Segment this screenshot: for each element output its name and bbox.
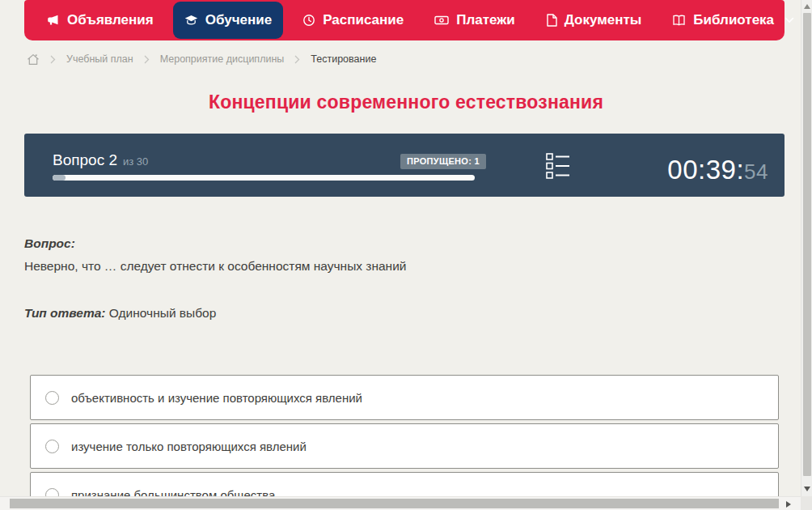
vertical-scrollbar[interactable]: [801, 0, 812, 496]
nav-item-announcements[interactable]: Объявления: [36, 2, 165, 39]
question-list-button[interactable]: [546, 152, 570, 180]
skipped-badge: ПРОПУЩЕНО: 1: [400, 154, 486, 169]
nav-item-payments[interactable]: Платежи: [423, 2, 527, 39]
answer-option-label: изучение только повторяющихся явлений: [71, 440, 307, 453]
answer-type: Тип ответа: Одиночный выбор: [24, 306, 216, 321]
banknote-icon: [434, 14, 449, 27]
answer-option[interactable]: объективность и изучение повторяющихся я…: [30, 375, 779, 420]
breadcrumb-link-discipline-event[interactable]: Мероприятие дисциплины: [160, 53, 285, 65]
chevron-right-icon: [50, 55, 56, 64]
scroll-up-arrow[interactable]: [804, 4, 810, 9]
horizontal-scrollbar-thumb[interactable]: [10, 499, 779, 508]
breadcrumb-current-testing: Тестирование: [311, 53, 376, 65]
progress-bar: [53, 175, 475, 181]
question-number: Вопрос 2из 30: [53, 151, 148, 169]
nav-item-schedule[interactable]: Расписание: [291, 2, 415, 39]
clock-icon: [302, 14, 315, 27]
answer-option-label: объективность и изучение повторяющихся я…: [71, 391, 362, 405]
test-page: Объявления Обучение Расписание Платежи Д…: [0, 0, 812, 510]
vertical-scrollbar-thumb[interactable]: [803, 13, 811, 476]
nav-item-label: Объявления: [67, 12, 154, 28]
nav-item-label: Документы: [565, 12, 642, 28]
scroll-down-arrow[interactable]: [804, 487, 810, 491]
chevron-right-icon: [294, 55, 300, 64]
timer-hours-minutes: 00:39:: [667, 155, 744, 185]
nav-item-label: Библиотека: [693, 12, 774, 28]
question-panel: Вопрос 2из 30 ПРОПУЩЕНО: 1 00:39:54: [24, 134, 785, 197]
question-total-label: из 30: [123, 155, 148, 168]
timer-seconds: 54: [744, 159, 768, 185]
radio-button[interactable]: [45, 440, 59, 453]
answer-type-value: Одиночный выбор: [109, 306, 217, 320]
nav-item-label: Расписание: [323, 12, 404, 28]
answer-type-label: Тип ответа:: [24, 306, 106, 320]
megaphone-icon: [47, 14, 60, 27]
question-label: Вопрос:: [24, 236, 75, 251]
nav-item-label: Платежи: [456, 12, 515, 28]
scrollbar-corner: [801, 496, 812, 510]
breadcrumb-link-study-plan[interactable]: Учебный план: [66, 53, 133, 65]
chevron-right-icon: [144, 55, 150, 64]
breadcrumb: Учебный план Мероприятие дисциплины Тест…: [27, 49, 376, 69]
nav-item-library[interactable]: Библиотека: [661, 2, 806, 39]
nav-item-label: Обучение: [205, 12, 272, 28]
answer-option[interactable]: изучение только повторяющихся явлений: [30, 423, 779, 469]
radio-button[interactable]: [45, 391, 59, 405]
home-icon[interactable]: [27, 53, 40, 66]
nav-item-learning[interactable]: Обучение: [173, 2, 283, 39]
chevron-down-icon: [785, 17, 794, 23]
list-icon: [546, 170, 570, 182]
book-icon: [672, 14, 686, 27]
page-title: Концепции современного естествознания: [0, 91, 812, 113]
nav-item-documents[interactable]: Документы: [535, 2, 653, 39]
main-navigation: Объявления Обучение Расписание Платежи Д…: [24, 0, 785, 40]
progress-bar-fill: [53, 175, 66, 181]
graduation-cap-icon: [184, 14, 198, 27]
scroll-right-arrow[interactable]: [786, 501, 791, 508]
timer: 00:39:54: [667, 155, 768, 185]
document-icon: [546, 14, 557, 27]
question-text: Неверно, что … следует отнести к особенн…: [24, 257, 671, 275]
horizontal-scrollbar[interactable]: [0, 496, 801, 510]
question-number-label: Вопрос 2: [53, 151, 117, 168]
